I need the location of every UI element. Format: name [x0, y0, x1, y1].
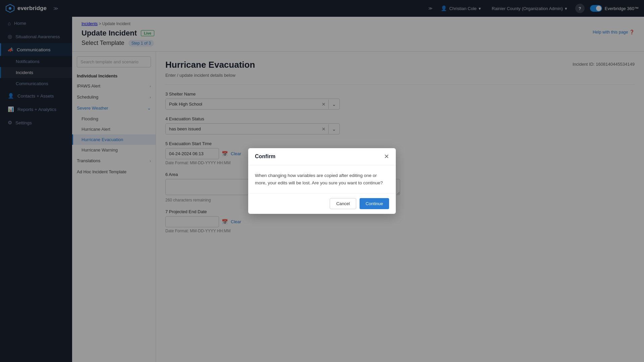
modal-header: Confirm ✕ [248, 148, 396, 165]
modal-title: Confirm [255, 154, 275, 160]
confirm-modal: Confirm ✕ When changing how variables ar… [248, 148, 396, 214]
modal-overlay: Confirm ✕ When changing how variables ar… [0, 0, 644, 362]
modal-cancel-button[interactable]: Cancel [330, 198, 356, 209]
modal-body: When changing how variables are copied a… [248, 165, 396, 193]
modal-continue-button[interactable]: Continue [360, 198, 389, 209]
modal-footer: Cancel Continue [248, 193, 396, 214]
modal-close-button[interactable]: ✕ [384, 154, 389, 160]
